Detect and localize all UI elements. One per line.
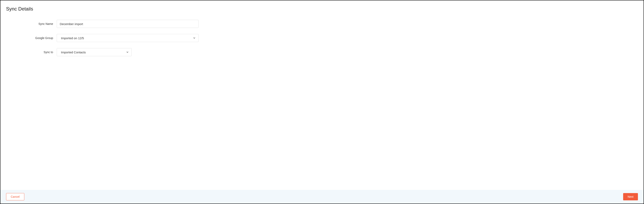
google-group-label: Google Group <box>6 36 57 40</box>
google-group-value: Imported on 12/5 <box>61 36 84 40</box>
cancel-button[interactable]: Cancel <box>6 193 24 200</box>
next-button[interactable]: Next <box>623 193 638 200</box>
google-group-select[interactable]: Imported on 12/5 <box>57 34 198 42</box>
page-title: Sync Details <box>6 6 638 12</box>
sync-to-select-wrapper: Imported Contacts <box>57 48 132 56</box>
sync-name-input[interactable] <box>57 20 198 28</box>
main-content: Sync Details Sync Name Google Group Impo… <box>0 0 644 190</box>
google-group-select-wrapper: Imported on 12/5 <box>57 34 198 42</box>
sync-name-row: Sync Name <box>6 20 638 28</box>
sync-to-label: Sync to <box>6 51 57 54</box>
dialog-footer: Cancel Next <box>0 190 644 204</box>
dialog-container: Sync Details Sync Name Google Group Impo… <box>0 0 644 204</box>
sync-to-row: Sync to Imported Contacts <box>6 48 638 56</box>
sync-name-label: Sync Name <box>6 22 57 25</box>
google-group-row: Google Group Imported on 12/5 <box>6 34 638 42</box>
sync-to-select[interactable]: Imported Contacts <box>57 48 132 56</box>
sync-to-value: Imported Contacts <box>61 51 86 54</box>
form-section: Sync Name Google Group Imported on 12/5 … <box>6 20 638 56</box>
